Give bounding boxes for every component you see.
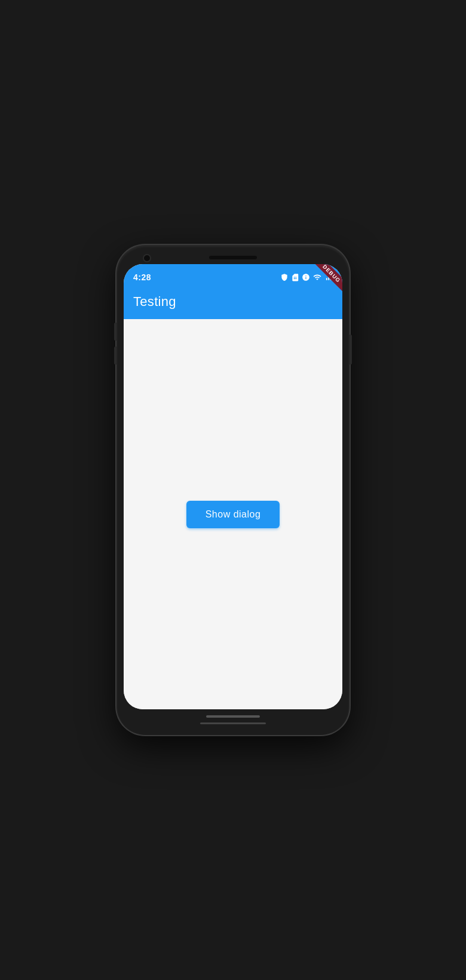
debug-ribbon: DEBUG <box>306 264 342 300</box>
phone-top-bar <box>124 252 342 264</box>
phone-bottom-area <box>124 709 342 728</box>
phone-device: DEBUG 4:28 <box>116 245 350 735</box>
show-dialog-button[interactable]: Show dialog <box>186 501 280 528</box>
phone-screen: DEBUG 4:28 <box>124 264 342 709</box>
sim-icon <box>291 273 299 281</box>
shield-icon <box>280 273 289 281</box>
status-time: 4:28 <box>133 272 151 282</box>
earpiece-speaker <box>209 256 257 259</box>
volume-down-button <box>114 347 116 365</box>
home-bar <box>206 715 260 718</box>
volume-up-button <box>114 323 116 341</box>
front-camera <box>143 254 151 262</box>
main-content: Show dialog <box>124 319 342 709</box>
debug-label: DEBUG <box>313 264 342 292</box>
gesture-bar <box>200 722 266 724</box>
app-title: Testing <box>133 294 176 309</box>
power-button <box>350 335 352 365</box>
